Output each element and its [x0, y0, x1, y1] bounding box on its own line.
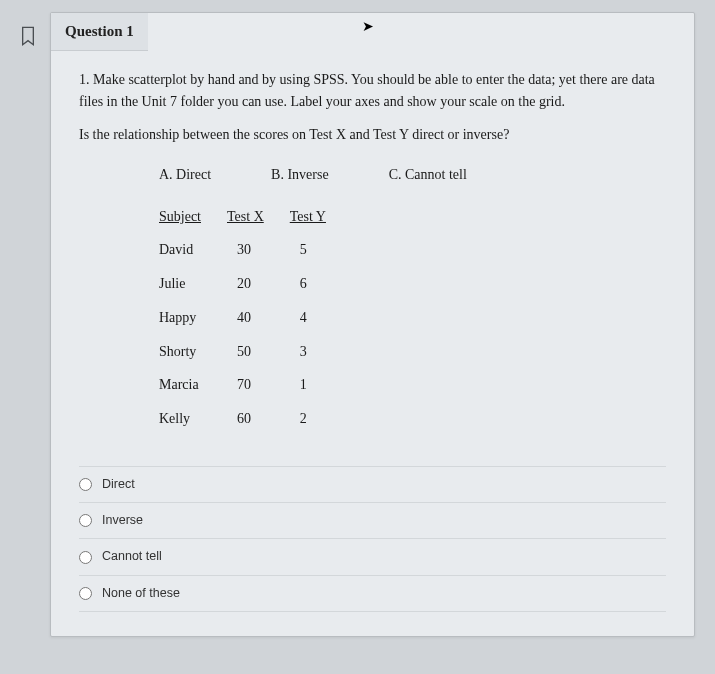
question-header: Question 1	[51, 13, 148, 51]
radio-direct[interactable]	[79, 478, 92, 491]
answer-label: Inverse	[102, 511, 143, 530]
cell-testx: 40	[227, 301, 290, 335]
answer-option-direct[interactable]: Direct	[79, 466, 666, 502]
question-card: Question 1 1. Make scatterplot by hand a…	[50, 12, 695, 637]
data-table: Subject Test X Test Y David 30 5 Julie 2…	[159, 200, 352, 436]
table-row: Happy 40 4	[159, 301, 352, 335]
cell-subject: Happy	[159, 301, 227, 335]
cell-testx: 20	[227, 267, 290, 301]
cell-testy: 6	[290, 267, 352, 301]
col-testx: Test X	[227, 200, 290, 234]
answer-label: Cannot tell	[102, 547, 162, 566]
cell-testx: 30	[227, 233, 290, 267]
radio-none[interactable]	[79, 587, 92, 600]
answer-option-inverse[interactable]: Inverse	[79, 502, 666, 538]
radio-cannot-tell[interactable]	[79, 551, 92, 564]
question-body: 1. Make scatterplot by hand and by using…	[51, 51, 694, 636]
cell-testy: 4	[290, 301, 352, 335]
cell-testy: 1	[290, 368, 352, 402]
answer-label: None of these	[102, 584, 180, 603]
table-row: Shorty 50 3	[159, 335, 352, 369]
bookmark-icon[interactable]	[20, 26, 36, 50]
cell-testx: 70	[227, 368, 290, 402]
cell-testx: 60	[227, 402, 290, 436]
answer-label: Direct	[102, 475, 135, 494]
prompt-line-2: Is the relationship between the scores o…	[79, 124, 666, 146]
table-row: Kelly 60 2	[159, 402, 352, 436]
content-block: A. Direct B. Inverse C. Cannot tell Subj…	[159, 164, 666, 436]
table-row: David 30 5	[159, 233, 352, 267]
cell-testy: 3	[290, 335, 352, 369]
table-row: Marcia 70 1	[159, 368, 352, 402]
col-subject: Subject	[159, 200, 227, 234]
cell-subject: Marcia	[159, 368, 227, 402]
prompt-line-1: 1. Make scatterplot by hand and by using…	[79, 69, 666, 112]
cell-subject: Kelly	[159, 402, 227, 436]
cell-testy: 2	[290, 402, 352, 436]
answer-option-none[interactable]: None of these	[79, 575, 666, 612]
cell-subject: Julie	[159, 267, 227, 301]
cell-testy: 5	[290, 233, 352, 267]
answer-options: Direct Inverse Cannot tell None of these	[79, 466, 666, 613]
choice-b: B. Inverse	[271, 164, 329, 186]
answer-option-cannot-tell[interactable]: Cannot tell	[79, 538, 666, 574]
inline-choices: A. Direct B. Inverse C. Cannot tell	[159, 164, 666, 186]
cell-subject: David	[159, 233, 227, 267]
cell-testx: 50	[227, 335, 290, 369]
cell-subject: Shorty	[159, 335, 227, 369]
col-testy: Test Y	[290, 200, 352, 234]
table-header-row: Subject Test X Test Y	[159, 200, 352, 234]
table-row: Julie 20 6	[159, 267, 352, 301]
choice-a: A. Direct	[159, 164, 211, 186]
choice-c: C. Cannot tell	[389, 164, 467, 186]
radio-inverse[interactable]	[79, 514, 92, 527]
